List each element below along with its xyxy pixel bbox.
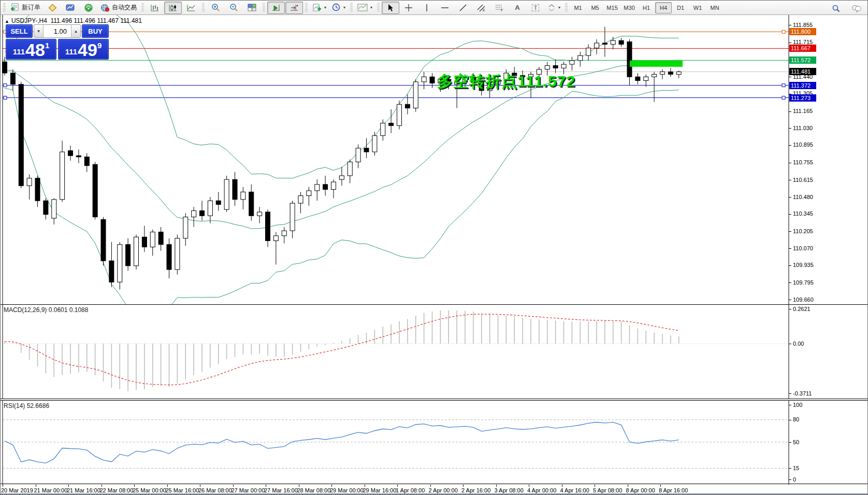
macd-main-value: 0.0601 xyxy=(49,306,68,314)
indicators-icon xyxy=(312,4,322,12)
arrows-icon xyxy=(547,4,556,12)
auto-scroll-icon xyxy=(271,4,281,12)
price-chart-panel[interactable]: 111.855111.715111.440111.305111.165111.0… xyxy=(1,15,868,305)
price-axis-tick xyxy=(789,77,791,77)
trendline-button[interactable] xyxy=(454,2,472,14)
price-axis-tick xyxy=(789,214,791,215)
vertical-line-button[interactable] xyxy=(418,2,436,14)
fibonacci-button[interactable]: F xyxy=(490,2,508,14)
time-axis-label: 21 Mar 00:00 xyxy=(34,487,68,493)
symbol-period-label: USDJPY-,H4 xyxy=(11,17,47,24)
rsi-axis-tick xyxy=(789,479,791,480)
time-axis-label: 20 Mar 2019 xyxy=(1,487,33,493)
rsi-chart[interactable] xyxy=(1,401,868,485)
metaeditor-button[interactable] xyxy=(44,2,61,14)
timeframe-h1[interactable]: H1 xyxy=(638,2,655,13)
macd-axis-label: 0.00 xyxy=(793,341,804,347)
chart-shift-button[interactable] xyxy=(285,2,303,14)
timeframe-w1[interactable]: W1 xyxy=(689,2,706,13)
toolbar-grip[interactable] xyxy=(350,3,353,12)
timeframe-h4[interactable]: H4 xyxy=(655,2,672,13)
bar-chart-button[interactable] xyxy=(146,2,164,14)
volume-up-button[interactable]: ▴ xyxy=(71,25,80,37)
timeframe-m15[interactable]: M15 xyxy=(604,2,620,13)
search-button[interactable] xyxy=(827,2,845,15)
toolbar-grip[interactable] xyxy=(3,3,6,12)
collapse-icon[interactable]: ▲ xyxy=(5,19,9,24)
candlestick-chart-button[interactable] xyxy=(164,2,182,14)
buy-price-display[interactable]: 111 49 9 xyxy=(58,39,109,60)
buy-price-big: 49 xyxy=(78,43,97,58)
buy-price-sup: 9 xyxy=(97,41,102,50)
time-axis[interactable]: 20 Mar 201921 Mar 00:0021 Mar 16:0022 Ma… xyxy=(1,485,868,493)
time-axis-tick xyxy=(167,485,168,487)
periods-button[interactable]: ▾ xyxy=(329,2,348,14)
timeframe-d1[interactable]: D1 xyxy=(672,2,689,13)
text-icon: A xyxy=(515,4,519,11)
autotrading-icon xyxy=(100,4,110,12)
toolbar-grip[interactable] xyxy=(263,3,265,12)
toolbar-grip[interactable] xyxy=(305,3,308,12)
volume-input[interactable]: 1.00 xyxy=(44,25,71,37)
volume-up-icon: ▴ xyxy=(75,29,77,34)
text-label-button[interactable]: T xyxy=(527,2,544,14)
toolbar-grip[interactable] xyxy=(141,3,144,12)
time-axis-label: 29 Mar 16:00 xyxy=(363,487,397,493)
sell-button[interactable]: SELL xyxy=(6,24,33,38)
volume-down-icon: ▾ xyxy=(37,29,40,34)
chevron-down-icon: ▾ xyxy=(370,5,372,10)
time-axis-tick xyxy=(430,485,431,487)
time-axis-label: 1 Apr 08:00 xyxy=(396,487,425,493)
time-axis-tick xyxy=(365,485,365,487)
new-order-button[interactable]: 新订单 xyxy=(8,2,43,14)
time-axis-label: 8 Apr 00:00 xyxy=(626,487,655,493)
toolbar: 新订单 自动交易 xyxy=(1,1,868,15)
indicators-button[interactable]: ▾ xyxy=(310,2,329,14)
toolbar-grip[interactable] xyxy=(377,3,380,12)
macd-chart[interactable] xyxy=(1,305,868,399)
timeframe-m5[interactable]: M5 xyxy=(587,2,603,13)
templates-button[interactable]: ▾ xyxy=(355,2,375,14)
rsi-value: 52.6686 xyxy=(27,402,49,409)
cursor-button[interactable] xyxy=(382,2,399,14)
auto-scroll-button[interactable] xyxy=(267,2,285,14)
toolbar-grip[interactable] xyxy=(565,3,568,12)
chat-button[interactable] xyxy=(848,2,865,15)
price-axis-tick xyxy=(789,300,791,300)
candlestick-chart[interactable] xyxy=(1,15,868,304)
horizontal-line-button[interactable] xyxy=(436,2,454,14)
rsi-axis-tick xyxy=(789,442,791,443)
timeframe-m30[interactable]: M30 xyxy=(621,2,638,13)
sell-price-prefix: 111 xyxy=(13,47,25,56)
price-axis-label: 110.205 xyxy=(793,228,813,235)
tile-windows-icon xyxy=(248,4,256,11)
macd-axis-label: 0.2621 xyxy=(793,306,811,313)
cursor-icon xyxy=(387,4,394,12)
arrows-button[interactable]: ▾ xyxy=(545,2,563,14)
toolbar-grip[interactable] xyxy=(202,3,205,12)
sell-price-display[interactable]: 111 48 1 xyxy=(6,39,56,60)
text-button[interactable]: A xyxy=(509,2,526,14)
timeframe-m1[interactable]: M1 xyxy=(570,2,586,13)
timeframe-mn[interactable]: MN xyxy=(706,2,723,13)
line-chart-button[interactable] xyxy=(182,2,200,14)
time-axis-label: 4 Apr 00:00 xyxy=(527,487,556,493)
tile-windows-button[interactable] xyxy=(243,2,261,14)
signals-button[interactable] xyxy=(80,2,97,14)
time-axis-tick xyxy=(397,485,398,487)
zoom-in-button[interactable] xyxy=(207,2,224,14)
macd-panel[interactable]: 0.26210.00-0.3711 MACD(12,26,9) 0.0601 0… xyxy=(1,305,868,399)
candlestick-chart-icon xyxy=(168,4,178,12)
rsi-panel[interactable]: 1008050150 RSI(14) 52.6686 xyxy=(1,400,868,484)
chevron-down-icon: ▾ xyxy=(343,5,345,10)
price-level-badge: 111.273 xyxy=(789,94,816,102)
buy-button[interactable]: BUY xyxy=(82,24,109,38)
terminal-button[interactable] xyxy=(62,2,79,14)
equidistant-channel-button[interactable]: E xyxy=(472,2,490,14)
price-axis-label: 109.660 xyxy=(793,296,814,303)
volume-down-button[interactable]: ▾ xyxy=(34,25,44,37)
autotrading-button[interactable]: 自动交易 xyxy=(98,2,139,14)
crosshair-button[interactable] xyxy=(400,2,417,14)
trading-platform-window: 新订单 自动交易 xyxy=(0,0,868,495)
zoom-out-button[interactable] xyxy=(225,2,242,14)
